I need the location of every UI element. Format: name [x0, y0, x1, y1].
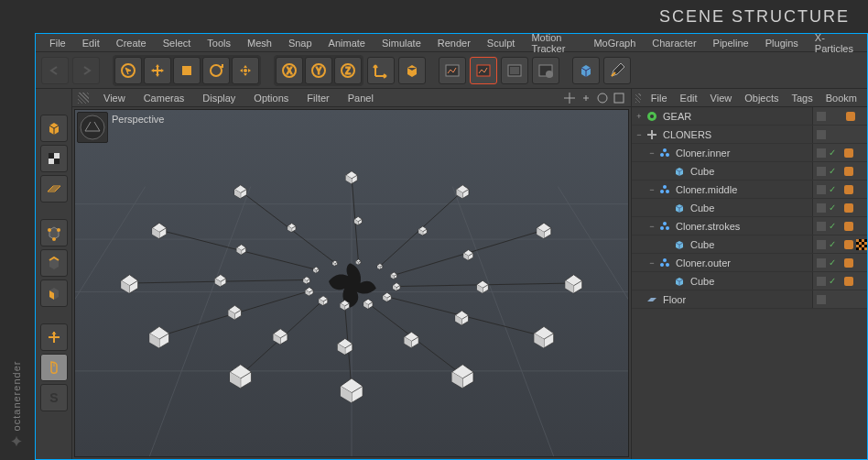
objmgr-menu-file[interactable]: File: [645, 93, 674, 104]
poly-mode-button[interactable]: [40, 279, 68, 307]
visibility-check-icon[interactable]: ✓: [829, 257, 836, 268]
objmgr-menu-objects[interactable]: Objects: [738, 93, 785, 104]
layer-flag-icon[interactable]: [817, 295, 826, 304]
x-axis-toggle[interactable]: X: [276, 57, 303, 84]
menu-simulate[interactable]: Simulate: [374, 38, 429, 49]
menu-sculpt[interactable]: Sculpt: [479, 38, 524, 49]
visibility-check-icon[interactable]: ✓: [829, 221, 836, 231]
tree-row-cloners[interactable]: −CLONERS: [632, 126, 867, 144]
object-tree[interactable]: +GEAR−CLONERS−Cloner.inner✓Cube✓−Cloner.…: [632, 107, 867, 459]
tag-icon[interactable]: [844, 148, 853, 158]
layer-flag-icon[interactable]: [817, 185, 826, 194]
tag-icon[interactable]: [844, 222, 853, 231]
pen-tool-button[interactable]: [603, 57, 631, 84]
tree-flags[interactable]: ✓: [812, 254, 867, 271]
tree-flags[interactable]: ✓: [812, 181, 867, 198]
menu-plugins[interactable]: Plugins: [757, 38, 807, 49]
layer-flag-icon[interactable]: [817, 222, 826, 231]
vp-zoom-icon[interactable]: [580, 92, 592, 104]
expander-icon[interactable]: −: [646, 185, 657, 194]
menu-snap[interactable]: Snap: [280, 38, 320, 49]
menu-select[interactable]: Select: [155, 38, 200, 49]
menu-motion-tracker[interactable]: Motion Tracker: [523, 32, 585, 54]
move-tool[interactable]: [144, 57, 171, 84]
layer-flag-icon[interactable]: [817, 148, 826, 158]
scale-tool[interactable]: [173, 57, 201, 84]
menu-file[interactable]: File: [41, 38, 74, 49]
vpmenu-cameras[interactable]: Cameras: [135, 93, 194, 104]
vp-move-icon[interactable]: [563, 92, 576, 104]
tree-row-floor[interactable]: Floor: [632, 290, 867, 309]
tree-flags[interactable]: ✓: [812, 199, 867, 216]
visibility-check-icon[interactable]: ✓: [829, 239, 836, 249]
primitive-cube-button[interactable]: [572, 57, 600, 84]
layer-flag-icon[interactable]: [817, 258, 826, 268]
y-axis-toggle[interactable]: Y: [305, 57, 332, 84]
vpmenu-filter[interactable]: Filter: [298, 93, 338, 104]
vp-rotate-icon[interactable]: [596, 92, 609, 104]
menu-create[interactable]: Create: [108, 38, 155, 49]
tree-flags[interactable]: ✓: [812, 235, 867, 253]
layer-flag-icon[interactable]: [817, 130, 826, 139]
vpmenu-display[interactable]: Display: [193, 93, 244, 104]
grip-icon[interactable]: [635, 93, 641, 103]
menu-render[interactable]: Render: [429, 38, 479, 49]
workplane-button[interactable]: [40, 175, 68, 203]
cube-primitive-button[interactable]: [398, 57, 426, 84]
tree-flags[interactable]: ✓: [812, 162, 867, 180]
visibility-check-icon[interactable]: ✓: [829, 166, 836, 176]
undo-button[interactable]: [41, 57, 69, 84]
tree-row-gear[interactable]: +GEAR: [632, 107, 867, 126]
coord-system-button[interactable]: [367, 57, 395, 84]
redo-button[interactable]: [72, 57, 100, 84]
visibility-check-icon[interactable]: ✓: [829, 276, 836, 286]
menu-edit[interactable]: Edit: [74, 38, 108, 49]
tree-row-cube[interactable]: Cube✓: [632, 235, 867, 254]
grip-icon[interactable]: [78, 93, 89, 104]
expander-icon[interactable]: −: [646, 258, 657, 268]
edge-mode-button[interactable]: [40, 249, 68, 277]
expander-icon[interactable]: −: [646, 222, 657, 231]
rotate-tool[interactable]: [202, 57, 230, 84]
viewport-3d[interactable]: Perspective: [74, 109, 629, 457]
menu-animate[interactable]: Animate: [320, 38, 374, 49]
render-settings-button[interactable]: [532, 57, 559, 84]
layer-flag-icon[interactable]: [817, 203, 826, 213]
vpmenu-view[interactable]: View: [94, 93, 135, 104]
snap-button[interactable]: S: [40, 384, 68, 411]
render-region-button[interactable]: [470, 57, 497, 84]
mouse-mode-button[interactable]: [40, 354, 68, 381]
layer-flag-icon[interactable]: [817, 277, 826, 286]
menu-character[interactable]: Character: [644, 38, 704, 49]
tree-row-cube[interactable]: Cube✓: [632, 272, 867, 290]
texture-mode-button[interactable]: [40, 145, 68, 172]
tree-row-cloner-outer[interactable]: −Cloner.outer✓: [632, 254, 867, 272]
axis-button[interactable]: [40, 323, 68, 351]
expander-icon[interactable]: +: [634, 112, 645, 121]
visibility-check-icon[interactable]: ✓: [829, 184, 836, 194]
visibility-check-icon[interactable]: ✓: [829, 203, 836, 213]
model-mode-button[interactable]: [40, 115, 68, 142]
tag-icon[interactable]: [844, 167, 853, 176]
tree-row-cloner-middle[interactable]: −Cloner.middle✓: [632, 181, 867, 199]
objmgr-menu-bookm[interactable]: Bookm: [819, 93, 863, 104]
menu-mograph[interactable]: MoGraph: [585, 38, 644, 49]
menu-tools[interactable]: Tools: [199, 38, 239, 49]
tag-icon[interactable]: [844, 277, 853, 286]
layer-flag-icon[interactable]: [817, 240, 826, 249]
layer-flag-icon[interactable]: [817, 112, 826, 121]
objmgr-menu-edit[interactable]: Edit: [674, 93, 704, 104]
menu-x-particles[interactable]: X-Particles: [807, 32, 862, 54]
texture-tag-icon[interactable]: [856, 239, 867, 250]
tag-icon[interactable]: [844, 203, 853, 213]
menu-pipeline[interactable]: Pipeline: [705, 38, 757, 49]
menu-mesh[interactable]: Mesh: [239, 38, 280, 49]
render-view-button[interactable]: [439, 57, 466, 84]
tag-icon[interactable]: [844, 240, 853, 249]
tree-row-cube[interactable]: Cube✓: [632, 162, 867, 181]
objmgr-menu-tags[interactable]: Tags: [786, 93, 819, 104]
vpmenu-options[interactable]: Options: [244, 93, 298, 104]
tree-flags[interactable]: ✓: [812, 272, 867, 290]
visibility-check-icon[interactable]: ✓: [829, 148, 836, 158]
tag-icon[interactable]: [846, 112, 855, 121]
